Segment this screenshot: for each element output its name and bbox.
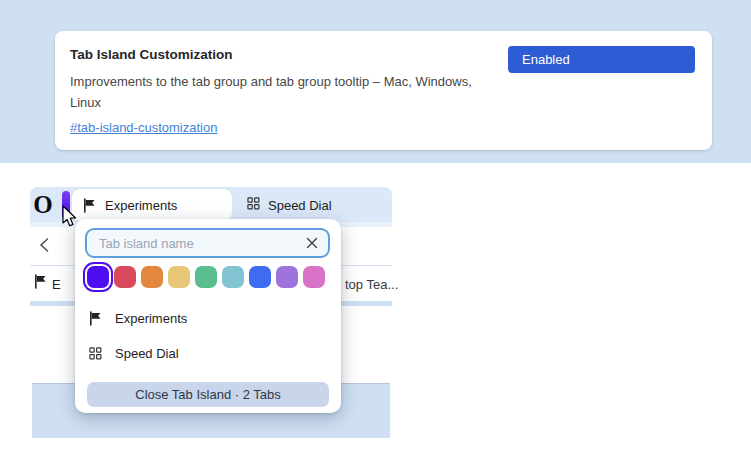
close-tab-island-button[interactable]: Close Tab Island · 2 Tabs (87, 382, 329, 407)
color-swatch-yellow[interactable] (168, 266, 190, 288)
tab-island-popup: Experiments Speed Dial Close Tab Island … (75, 219, 341, 413)
color-swatch-red[interactable] (114, 266, 136, 288)
color-swatch-pink[interactable] (303, 266, 325, 288)
tab-experiments[interactable]: Experiments (72, 189, 232, 221)
popup-item-speed-dial-label: Speed Dial (115, 346, 179, 361)
color-swatch-green[interactable] (195, 266, 217, 288)
popup-item-speed-dial[interactable]: Speed Dial (88, 344, 328, 362)
chevron-left-icon[interactable] (38, 237, 50, 253)
truncated-right-text: top Tea... (345, 277, 398, 292)
color-swatch-violet[interactable] (87, 266, 109, 288)
flag-icon (82, 198, 97, 213)
island-name-input-wrap (85, 228, 330, 258)
color-swatch-orange[interactable] (141, 266, 163, 288)
flag-icon (33, 274, 48, 289)
flags-banner: Tab Island Customization Enabled Improve… (0, 0, 751, 163)
flag-icon (88, 311, 103, 326)
flag-status-dropdown[interactable]: Enabled (508, 46, 695, 73)
tab-experiments-label: Experiments (105, 198, 177, 213)
color-swatch-purple[interactable] (276, 266, 298, 288)
truncated-tab-label: E (52, 277, 61, 292)
color-swatch-teal[interactable] (222, 266, 244, 288)
tab-island-indicator[interactable] (62, 191, 70, 219)
popup-item-experiments[interactable]: Experiments (88, 309, 328, 327)
popup-item-experiments-label: Experiments (115, 311, 187, 326)
flag-title: Tab Island Customization (70, 47, 233, 62)
tab-speed-dial-label: Speed Dial (268, 198, 332, 213)
opera-logo: O (31, 191, 55, 219)
clear-input-icon[interactable] (304, 235, 320, 251)
grid-icon (88, 347, 103, 360)
flag-description: Improvements to the tab group and tab gr… (70, 71, 502, 113)
island-name-input[interactable] (87, 230, 328, 256)
color-swatch-row (87, 266, 325, 288)
flag-id-link[interactable]: #tab-island-customization (70, 120, 217, 135)
color-swatch-blue[interactable] (249, 266, 271, 288)
grid-icon (247, 197, 260, 213)
flag-card: Tab Island Customization Enabled Improve… (55, 31, 712, 150)
tab-speed-dial[interactable]: Speed Dial (240, 189, 339, 221)
